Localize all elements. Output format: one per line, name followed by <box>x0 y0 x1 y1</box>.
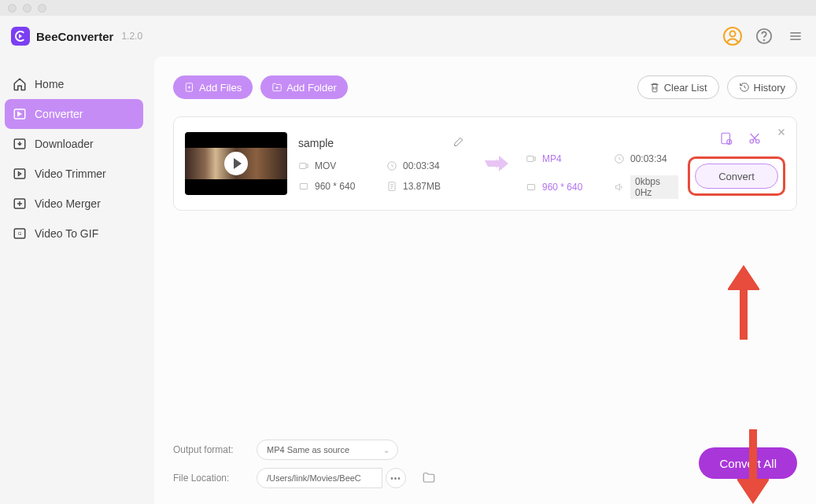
resolution-icon <box>526 182 537 193</box>
history-icon <box>739 82 750 93</box>
sidebar-item-downloader[interactable]: Downloader <box>5 129 143 159</box>
window-titlebar <box>0 0 816 16</box>
location-more-button[interactable]: ••• <box>386 468 406 488</box>
home-icon <box>13 77 27 91</box>
app-name: BeeConverter <box>36 30 113 43</box>
annotation-arrow-1 <box>728 261 759 340</box>
video-format-icon <box>526 153 537 164</box>
file-location-input[interactable]: /Users/link/Movies/BeeC <box>257 468 382 488</box>
file-card: sample MOV 00:03:34 <box>173 116 797 211</box>
maximize-window-dot[interactable] <box>38 4 46 13</box>
menu-icon[interactable] <box>786 27 805 46</box>
file-name: sample <box>298 137 445 149</box>
sidebar-item-converter[interactable]: Converter <box>5 99 143 129</box>
add-files-button[interactable]: Add Files <box>173 75 253 99</box>
sidebar-item-home[interactable]: Home <box>5 69 143 99</box>
file-size-icon <box>386 181 397 192</box>
sidebar-item-merger[interactable]: Video Merger <box>5 189 143 219</box>
dst-resolution[interactable]: 960 * 640 <box>526 182 590 193</box>
minimize-window-dot[interactable] <box>23 4 31 13</box>
src-size: 13.87MB <box>386 181 451 192</box>
merger-icon <box>13 197 27 211</box>
rename-icon[interactable] <box>452 135 465 151</box>
audio-icon <box>614 182 625 193</box>
convert-arrow-icon <box>478 156 518 171</box>
svg-rect-9 <box>14 169 25 178</box>
user-account-icon[interactable] <box>723 27 742 46</box>
svg-rect-21 <box>722 133 730 144</box>
trimmer-icon <box>13 167 27 181</box>
play-icon <box>224 152 248 175</box>
app-header: BeeConverter 1.2.0 <box>0 16 816 57</box>
clear-list-button[interactable]: Clear List <box>637 75 719 99</box>
annotation-arrow-2 <box>737 429 769 504</box>
sidebar-item-label: Home <box>35 78 64 90</box>
help-icon[interactable] <box>755 27 774 46</box>
svg-rect-18 <box>527 156 534 162</box>
file-location-label: File Location: <box>173 473 246 484</box>
svg-point-1 <box>730 31 736 37</box>
add-folder-icon <box>271 82 282 93</box>
sidebar-item-label: Downloader <box>35 138 94 150</box>
src-duration: 00:03:34 <box>386 160 451 171</box>
remove-file-icon[interactable] <box>776 127 787 141</box>
convert-button[interactable]: Convert <box>695 164 778 189</box>
toolbar: Add Files Add Folder Clear List History <box>173 75 797 99</box>
content-area: Add Files Add Folder Clear List History <box>154 57 816 504</box>
converter-icon <box>13 107 27 121</box>
open-folder-icon[interactable] <box>422 470 436 487</box>
settings-icon[interactable] <box>719 131 733 149</box>
add-folder-button[interactable]: Add Folder <box>260 75 348 99</box>
history-button[interactable]: History <box>727 75 797 99</box>
sidebar-item-gif[interactable]: G Video To GIF <box>5 219 143 248</box>
sidebar-item-label: Video Trimmer <box>35 167 106 180</box>
dst-duration: 00:03:34 <box>614 153 678 164</box>
chevron-down-icon: ⌄ <box>383 446 390 454</box>
clock-icon <box>386 160 397 171</box>
sidebar-item-label: Video Merger <box>35 197 101 210</box>
close-window-dot[interactable] <box>8 4 17 13</box>
trim-icon[interactable] <box>748 131 762 149</box>
sidebar: Home Converter Downloader Video Trimmer … <box>0 57 154 504</box>
output-format-select[interactable]: MP4 Same as source ⌄ <box>257 440 398 460</box>
app-version: 1.2.0 <box>121 31 142 42</box>
dst-format[interactable]: MP4 <box>526 153 590 164</box>
svg-rect-14 <box>300 164 306 169</box>
sidebar-item-label: Video To GIF <box>35 227 98 240</box>
sidebar-item-trimmer[interactable]: Video Trimmer <box>5 159 143 189</box>
svg-text:G: G <box>18 231 22 236</box>
gif-icon: G <box>13 226 27 241</box>
app-logo-icon <box>11 27 30 46</box>
resolution-icon <box>298 181 309 192</box>
trash-icon <box>649 82 660 93</box>
download-icon <box>13 137 27 151</box>
svg-rect-16 <box>300 184 307 189</box>
src-format: MOV <box>298 160 363 171</box>
add-files-icon <box>184 82 195 93</box>
convert-highlight: Convert <box>688 156 785 196</box>
video-format-icon <box>298 160 309 171</box>
sidebar-item-label: Converter <box>35 108 83 120</box>
video-thumbnail[interactable] <box>185 132 287 195</box>
src-resolution: 960 * 640 <box>298 181 363 192</box>
output-format-label: Output format: <box>173 444 246 455</box>
dst-audio: 0kbps 0Hz <box>614 175 678 199</box>
svg-rect-20 <box>527 185 534 190</box>
svg-point-3 <box>764 40 765 41</box>
clock-icon <box>614 153 625 164</box>
